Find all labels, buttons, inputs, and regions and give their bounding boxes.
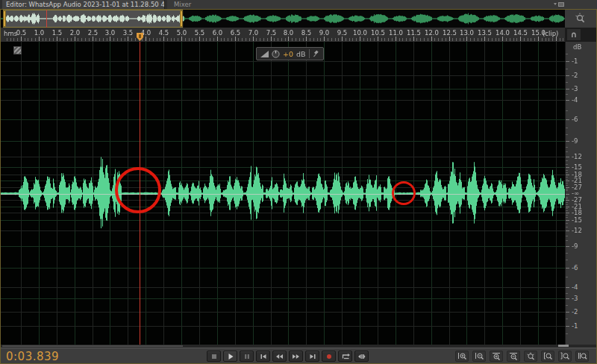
loop-playback-button[interactable] <box>338 351 352 362</box>
db-tick-label: -∞ <box>572 189 579 197</box>
zoom-in-horizontal-button[interactable] <box>455 351 469 362</box>
db-tick-label: -15 <box>572 163 582 171</box>
tab-mixer[interactable]: Mixer <box>167 0 597 9</box>
db-tick-label: -3 <box>572 85 578 92</box>
hud-gain-control[interactable]: +0 dB <box>256 47 324 60</box>
db-tick <box>566 82 568 83</box>
db-tick-label: -9 <box>572 137 578 145</box>
gain-value[interactable]: +0 <box>283 50 293 58</box>
db-tick <box>566 217 568 218</box>
snap-toggle-button[interactable]: ∩ <box>566 28 581 41</box>
scrollbar-handle[interactable] <box>2 345 183 347</box>
channel-indicator[interactable] <box>13 46 22 54</box>
db-tick-label: -1 <box>572 57 578 65</box>
fast-forward-icon <box>292 353 300 360</box>
overview-zoom-tool[interactable] <box>565 10 596 28</box>
db-tick <box>566 75 569 76</box>
db-tick <box>566 141 569 142</box>
zoom-out-point-button[interactable] <box>558 351 572 362</box>
db-tick-label: -4 <box>572 96 578 104</box>
db-tick <box>566 69 568 69</box>
fast-forward-button[interactable] <box>289 351 303 362</box>
db-tick <box>566 147 568 148</box>
amplitude-ruler[interactable]: dB -1-1-2-2-3-3-4-4-6-6-9-9-12-12-15-15-… <box>565 42 596 345</box>
db-tick <box>566 160 568 161</box>
db-tick <box>566 177 568 178</box>
db-tick-label: -3 <box>572 295 578 302</box>
timeline-clip-label: (clip) <box>543 30 558 37</box>
timeline-ruler[interactable]: hms (clip) <box>1 28 565 42</box>
zoom-to-selection-icon <box>578 352 587 361</box>
panel-menu-icon[interactable] <box>554 1 567 7</box>
db-tick <box>566 197 568 198</box>
zoom-controls <box>455 351 589 362</box>
zoom-out-vertical-button[interactable] <box>507 351 520 362</box>
gain-unit-label: dB <box>296 50 306 58</box>
db-tick-label: -9 <box>572 242 578 250</box>
db-tick <box>566 185 568 186</box>
pause-button[interactable] <box>240 351 254 362</box>
fade-icon[interactable] <box>260 51 269 57</box>
skip-to-end-button[interactable] <box>305 351 319 362</box>
scrollbar-end-dash[interactable] <box>558 345 569 347</box>
db-tick <box>566 164 568 165</box>
zoom-in-point-icon <box>543 352 553 361</box>
zoom-reset-icon <box>526 352 536 361</box>
db-tick <box>566 240 568 241</box>
zoom-in-horizontal-icon <box>457 352 467 361</box>
db-tick <box>566 151 568 152</box>
transport-controls <box>207 351 369 362</box>
timeline-unit-label: hms <box>4 30 17 37</box>
zoom-out-horizontal-button[interactable] <box>472 351 486 362</box>
db-tick <box>566 326 569 327</box>
knob-icon[interactable] <box>272 50 280 58</box>
stop-button[interactable] <box>207 351 221 362</box>
db-tick <box>566 210 568 211</box>
db-tick <box>566 194 569 195</box>
file-overview-strip[interactable] <box>1 10 565 28</box>
view-box-left-handle[interactable] <box>3 10 6 27</box>
db-tick <box>566 223 568 224</box>
skip-selection-icon <box>357 353 366 360</box>
zoom-reset-button[interactable] <box>524 351 537 362</box>
waveform-editor[interactable] <box>1 42 565 345</box>
skip-to-start-button[interactable] <box>256 351 270 362</box>
rewind-button[interactable] <box>272 351 287 362</box>
db-tick-label: -12 <box>572 153 582 160</box>
audition-editor-window: Editor: WhatsApp Audio 2023-11-01 at 11.… <box>0 0 597 364</box>
overview-view-box[interactable] <box>3 10 183 28</box>
zoom-to-selection-button[interactable] <box>575 351 589 362</box>
db-tick <box>566 236 568 236</box>
record-button[interactable] <box>322 351 336 362</box>
db-tick <box>566 215 568 216</box>
skip-to-end-icon <box>309 353 316 360</box>
timeline-ticks-canvas[interactable] <box>1 28 565 42</box>
skip-selection-button[interactable] <box>354 351 369 362</box>
db-tick <box>566 170 568 171</box>
db-tick <box>566 89 569 90</box>
db-tick-label: -6 <box>572 116 578 123</box>
tab-editor[interactable]: Editor: WhatsApp Audio 2023-11-01 at 11.… <box>2 0 165 9</box>
db-tick <box>566 220 569 221</box>
zoom-in-vertical-button[interactable] <box>490 351 503 362</box>
zoom-in-point-button[interactable] <box>541 351 554 362</box>
db-tick <box>566 305 568 306</box>
current-time-display[interactable]: 0:03.839 <box>6 350 59 363</box>
db-tick <box>566 213 569 213</box>
record-icon <box>325 353 333 360</box>
main-waveform-canvas[interactable] <box>1 42 565 345</box>
play-button[interactable] <box>223 351 237 362</box>
db-tick <box>566 318 568 319</box>
db-tick <box>566 227 568 228</box>
overview-playhead[interactable] <box>46 10 47 28</box>
db-tick-label: -21 <box>572 203 582 210</box>
db-tick <box>566 287 569 288</box>
magnifier-sparkle-icon <box>575 13 587 25</box>
db-tick <box>566 128 568 128</box>
zoom-out-vertical-icon <box>509 352 519 361</box>
db-tick <box>566 200 569 201</box>
play-icon <box>227 353 234 360</box>
pin-icon[interactable] <box>313 50 319 57</box>
status-bar: 0:03.839 <box>1 348 596 363</box>
view-box-right-handle[interactable] <box>180 10 183 27</box>
